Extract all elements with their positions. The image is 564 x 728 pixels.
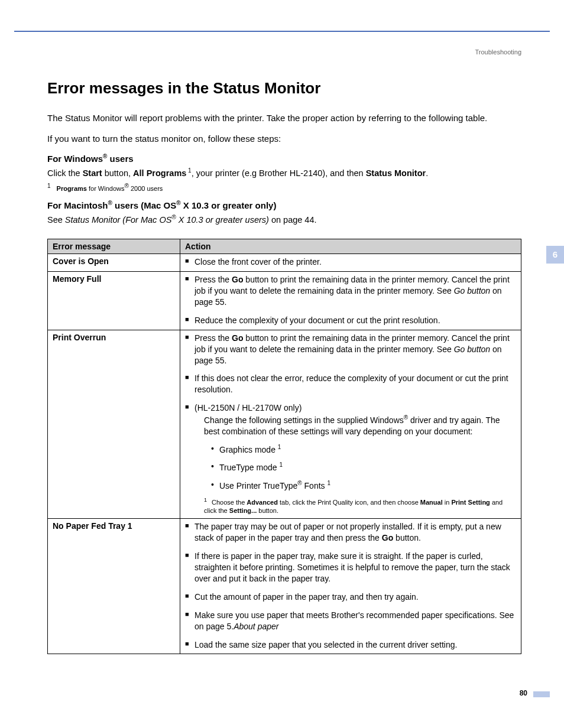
text: Programs — [57, 184, 87, 191]
action-item: Close the front cover of the printer. — [185, 256, 516, 268]
table-row: Cover is OpenClose the front cover of th… — [48, 254, 521, 272]
intro-paragraph-2: If you want to turn the status monitor o… — [47, 132, 521, 145]
list-item: TrueType mode 1 — [211, 461, 516, 473]
action-cell: The paper tray may be out of paper or no… — [180, 519, 521, 654]
text: users — [107, 154, 133, 164]
intro-paragraph-1: The Status Monitor will report problems … — [47, 112, 521, 124]
text: See — [47, 215, 65, 225]
error-name-cell: Memory Full — [48, 272, 180, 330]
action-item: (HL-2150N / HL-2170W only)Change the fol… — [185, 402, 516, 515]
text: users (Mac OS — [112, 200, 176, 210]
windows-footnote: 1Programs for Windows® 2000 users — [47, 183, 521, 192]
th-error-message: Error message — [48, 239, 180, 254]
registered-icon: ® — [176, 200, 180, 206]
table-row: Memory FullPress the Go button to print … — [48, 272, 521, 330]
text: button, — [102, 168, 133, 178]
table-row: Print OverrunPress the Go button to prin… — [48, 330, 521, 519]
start-label: Start — [83, 168, 102, 178]
page-title: Error messages in the Status Monitor — [47, 79, 521, 98]
th-action: Action — [180, 239, 521, 254]
list-item: Graphics mode 1 — [211, 443, 516, 456]
error-name-cell: Print Overrun — [48, 330, 180, 519]
text: For Macintosh — [47, 200, 108, 210]
page-number: 80 — [520, 689, 527, 697]
action-item: Press the Go button to print the remaini… — [185, 333, 516, 366]
action-cell: Press the Go button to print the remaini… — [180, 272, 521, 330]
windows-heading: For Windows® users — [47, 153, 521, 164]
action-item: The paper tray may be out of paper or no… — [185, 521, 516, 544]
action-item: If there is paper in the paper tray, mak… — [185, 551, 516, 584]
text: X 10.3 or greater only) — [181, 200, 277, 210]
action-item: Make sure you use paper that meets Broth… — [185, 610, 516, 632]
error-table: Error message Action Cover is OpenClose … — [47, 239, 521, 654]
status-monitor-label: Status Monitor — [366, 168, 426, 178]
action-cell: Close the front cover of the printer. — [180, 254, 521, 272]
sub-paragraph: Change the following settings in the sup… — [204, 414, 516, 437]
main-content: Error messages in the Status Monitor The… — [47, 79, 521, 654]
all-programs-label: All Programs — [133, 168, 186, 178]
chapter-tab: 6 — [546, 246, 564, 264]
footnote-number: 1 — [47, 183, 51, 189]
action-item: Cut the amount of paper in the paper tra… — [185, 592, 516, 603]
action-item: Reduce the complexity of your document o… — [185, 315, 516, 326]
registered-icon: ® — [125, 183, 129, 189]
text: X 10.3 or greater users) — [176, 215, 269, 225]
text: Click the — [47, 168, 83, 178]
top-rule — [14, 31, 550, 32]
action-item: Load the same size paper that you select… — [185, 639, 516, 651]
intro-block: The Status Monitor will report problems … — [47, 112, 521, 145]
mac-heading: For Macintosh® users (Mac OS® X 10.3 or … — [47, 200, 521, 210]
mac-see-line: See Status Monitor (For Mac OS® X 10.3 o… — [47, 214, 521, 225]
text: for Windows — [87, 184, 125, 191]
list-item: Use Printer TrueType® Fonts 1 — [211, 479, 516, 492]
text: Status Monitor (For Mac OS — [65, 215, 172, 225]
text: . — [426, 168, 428, 178]
text: 2000 users — [129, 184, 163, 191]
table-row: No Paper Fed Tray 1The paper tray may be… — [48, 519, 521, 654]
text: on page 44. — [269, 215, 317, 225]
action-cell: Press the Go button to print the remaini… — [180, 330, 521, 519]
registered-icon: ® — [108, 200, 112, 206]
windows-instruction: Click the Start button, All Programs 1, … — [47, 167, 521, 178]
action-item: If this does not clear the error, reduce… — [185, 373, 516, 395]
cell-footnote: 1Choose the Advanced tab, click the Prin… — [204, 497, 516, 515]
error-name-cell: Cover is Open — [48, 254, 180, 272]
action-item: Press the Go button to print the remaini… — [185, 274, 516, 308]
header-breadcrumb: Troubleshooting — [0, 48, 521, 56]
text: , your printer (e.g Brother HL-2140), an… — [192, 168, 366, 178]
page-bar-accent — [533, 691, 550, 697]
error-name-cell: No Paper Fed Tray 1 — [48, 519, 180, 654]
footnote-ref: 1 — [186, 167, 191, 174]
text: For Windows — [47, 154, 103, 164]
registered-icon: ® — [171, 214, 176, 220]
